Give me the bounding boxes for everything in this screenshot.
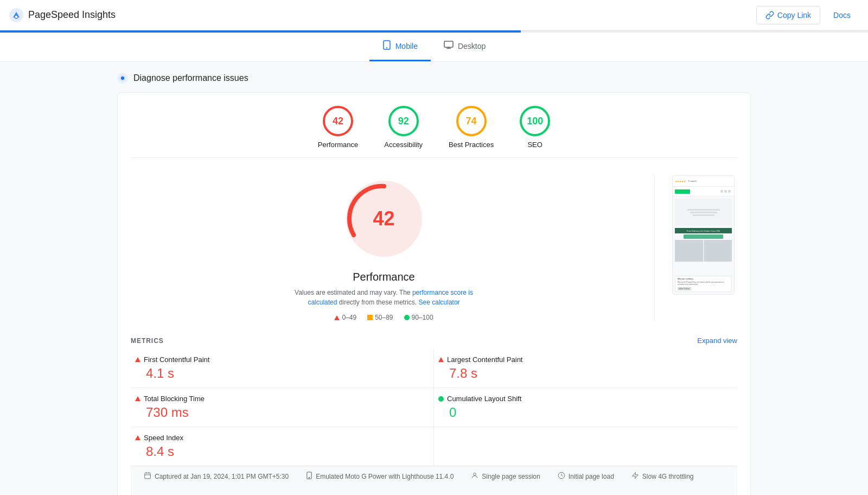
user-icon [471, 472, 478, 481]
screenshot-img-1 [675, 240, 703, 262]
logo-area: PageSpeed Insights [9, 8, 116, 23]
metric-cls-name-row: Cumulative Layout Shift [438, 395, 733, 403]
orange-square-icon [367, 315, 373, 320]
card-footer: Captured at Jan 19, 2024, 1:01 PM GMT+5:… [131, 466, 737, 495]
metric-lcp-label: Largest Contentful Paint [447, 356, 522, 364]
vertical-divider [654, 175, 655, 321]
large-gauge: 42 [341, 175, 427, 262]
metrics-label: METRICS [131, 337, 164, 345]
footer-throttling: Slow 4G throttling [631, 472, 694, 481]
metric-fcp-indicator [135, 357, 141, 362]
metric-lcp-name-row: Largest Contentful Paint [438, 356, 733, 364]
tab-mobile-label: Mobile [395, 42, 418, 50]
metric-cls-indicator [438, 396, 444, 402]
footer-session: Single page session [471, 472, 540, 481]
metric-fcp-label: First Contentful Paint [144, 356, 209, 364]
copy-link-button[interactable]: Copy Link [756, 6, 820, 24]
diagnose-text: Diagnose performance issues [133, 73, 248, 83]
expand-view-link[interactable]: Expand view [697, 337, 737, 345]
perf-main: 42 Performance Values are estimated and … [131, 167, 737, 330]
svg-rect-11 [145, 473, 151, 479]
metric-lcp: Largest Contentful Paint 7.8 s [434, 349, 737, 388]
svg-point-17 [474, 473, 476, 475]
calendar-icon [144, 472, 151, 481]
legend-item-needs-improvement: 50–89 [367, 314, 393, 321]
smartphone-icon [306, 472, 312, 481]
legend-item-good: 90–100 [404, 314, 433, 321]
perf-screenshot: ★★★★★ Trustpilot [672, 175, 737, 295]
metrics-header: METRICS Expand view [131, 330, 737, 349]
svg-point-16 [309, 478, 309, 478]
metrics-grid: First Contentful Paint 4.1 s Largest Con… [131, 349, 737, 466]
screenshot-top-bar: ★★★★★ Trustpilot [673, 176, 734, 187]
tab-desktop[interactable]: Desktop [431, 33, 499, 61]
screenshot-image-area [675, 240, 732, 262]
tab-desktop-label: Desktop [458, 42, 486, 50]
screenshot-img-2 [704, 240, 732, 262]
footer-device: Emulated Moto G Power with Lighthouse 11… [306, 472, 454, 481]
diagnose-icon [117, 73, 128, 84]
docs-button[interactable]: Docs [825, 7, 859, 24]
metric-lcp-value: 7.8 s [438, 366, 733, 381]
metric-cls-value: 0 [438, 405, 733, 420]
metric-si-indicator [135, 435, 141, 440]
footer-captured: Captured at Jan 19, 2024, 1:01 PM GMT+5:… [144, 472, 289, 481]
score-item-seo: 100 SEO [520, 106, 550, 149]
see-calculator-link[interactable]: See calculator [419, 299, 460, 306]
svg-point-8 [121, 77, 124, 80]
score-circle-performance: 42 [323, 106, 353, 136]
screenshot-banner: Free Delivery On Orders Over £99 [675, 228, 732, 233]
metric-si-label: Speed Index [144, 434, 183, 442]
metric-fcp: First Contentful Paint 4.1 s [131, 349, 434, 388]
tabs-container: Mobile Desktop [0, 33, 868, 62]
perf-score-title: Performance [353, 271, 415, 283]
main-content: Diagnose performance issues 42 Performan… [108, 62, 760, 495]
metric-si: Speed Index 8.4 s [131, 427, 434, 466]
pagespeed-logo [9, 8, 24, 23]
header: PageSpeed Insights Copy Link Docs [0, 0, 868, 30]
throttle-icon [631, 472, 639, 481]
metric-si-name-row: Speed Index [135, 434, 429, 442]
perf-description: Values are estimated and may vary. The p… [286, 288, 482, 307]
desktop-icon [444, 41, 454, 52]
metric-cls: Cumulative Layout Shift 0 [434, 388, 737, 427]
screenshot-nav-icons [720, 190, 732, 193]
screenshot-logo-area [673, 187, 734, 196]
screenshot-hero [675, 199, 732, 226]
screenshot-icon-3 [728, 190, 731, 193]
hero-text-2 [690, 212, 717, 213]
legend-item-poor: 0–49 [334, 314, 356, 321]
svg-marker-19 [633, 472, 639, 479]
score-item-performance: 42 Performance [318, 106, 358, 149]
diagnose-section: Diagnose performance issues [117, 73, 751, 84]
screenshot-icon-2 [724, 190, 727, 193]
link-icon [765, 11, 774, 20]
score-item-best-practices: 74 Best Practices [449, 106, 494, 149]
metric-si-value: 8.4 s [135, 444, 429, 459]
footer-page-load: Initial page load [558, 472, 614, 481]
legend: 0–49 50–89 90–100 [334, 314, 433, 321]
red-triangle-icon [334, 315, 340, 320]
metric-tbt-name-row: Total Blocking Time [135, 395, 429, 403]
svg-point-1 [15, 15, 18, 18]
score-item-accessibility: 92 Accessibility [384, 106, 423, 149]
metric-tbt: Total Blocking Time 730 ms [131, 388, 434, 427]
cookie-text: We use the Privacy Policy, we need to as… [678, 282, 729, 286]
perf-left: 42 Performance Values are estimated and … [131, 175, 637, 321]
score-circle-best-practices: 74 [456, 106, 487, 136]
metric-tbt-value: 730 ms [135, 405, 429, 420]
metric-lcp-indicator [438, 357, 444, 362]
metric-tbt-label: Total Blocking Time [144, 395, 205, 403]
svg-rect-4 [444, 41, 453, 47]
hero-text-3 [693, 214, 714, 216]
score-card: 42 Performance 92 Accessibility 74 Best … [117, 92, 751, 495]
score-circle-accessibility: 92 [388, 106, 419, 136]
mobile-icon [382, 40, 391, 52]
screenshot-cta [684, 234, 723, 239]
tab-mobile[interactable]: Mobile [369, 33, 431, 61]
score-circles: 42 Performance 92 Accessibility 74 Best … [131, 106, 737, 149]
screenshot-icon-1 [720, 190, 723, 193]
gauge-number: 42 [373, 207, 394, 230]
allow-cookies-btn: Allow Cookies [678, 287, 691, 290]
green-circle-icon [404, 315, 410, 320]
